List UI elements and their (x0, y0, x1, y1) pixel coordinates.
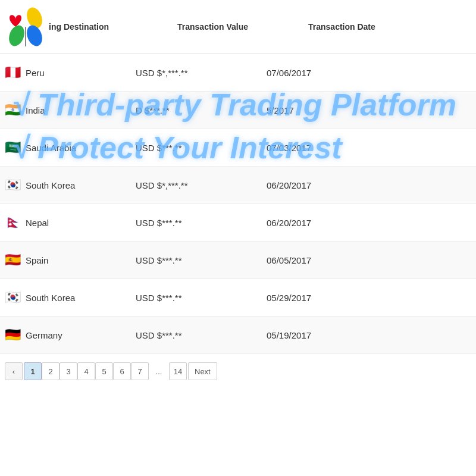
page-button-7[interactable]: 7 (131, 362, 149, 380)
destination-label: Germany (26, 330, 62, 340)
table-row: 🇩🇪 Germany USD $***.** 05/19/2017 (0, 317, 476, 354)
row-date: 06/05/2017 (267, 255, 471, 265)
flag-icon: 🇰🇷 (5, 177, 21, 193)
page-button-2[interactable]: 2 (42, 362, 60, 380)
page-button-5[interactable]: 5 (95, 362, 113, 380)
flag-icon: 🇮🇳 (5, 102, 21, 118)
next-page-button[interactable]: Next (188, 362, 217, 380)
row-value: USD $***.** (136, 330, 267, 340)
table-header: ing Destination Transaction Value Transa… (0, 0, 476, 54)
last-page-button[interactable]: 14 (169, 362, 187, 380)
page-dots: ... (150, 362, 168, 380)
table-row: 🇰🇷 South Korea USD $***.** 05/29/2017 (0, 279, 476, 317)
row-destination: 🇳🇵 Nepal (5, 215, 136, 230)
destination-label: India (26, 105, 45, 115)
row-value: USD $***.** (136, 255, 267, 265)
row-destination: 🇰🇷 South Korea (5, 177, 136, 193)
row-date: 07/03/2017 (267, 143, 471, 153)
row-date: 05/19/2017 (267, 330, 471, 340)
row-destination: 🇸🇦 Saudi Arabia (5, 140, 136, 155)
row-value: USD $*,***.** (136, 180, 267, 190)
flag-icon: 🇵🇪 (5, 65, 21, 80)
svg-point-2 (24, 23, 45, 48)
flag-icon: 🇰🇷 (5, 290, 21, 305)
row-date: 06/20/2017 (267, 180, 471, 190)
page-button-4[interactable]: 4 (77, 362, 95, 380)
table-row: 🇰🇷 South Korea USD $*,***.** 06/20/2017 (0, 167, 476, 204)
destination-label: Peru (26, 68, 45, 78)
logo (5, 6, 46, 48)
row-date: 05/29/2017 (267, 293, 471, 303)
table-row: 🇵🇪 Peru USD $*,***.** 07/06/2017 (0, 54, 476, 92)
col-destination-header: ing Destination (46, 22, 177, 32)
page-button-3[interactable]: 3 (60, 362, 77, 380)
flag-icon: 🇩🇪 (5, 327, 21, 343)
page-button-1[interactable]: 1 (24, 362, 42, 380)
row-destination: 🇰🇷 South Korea (5, 290, 136, 305)
destination-label: South Korea (26, 180, 75, 190)
page-buttons: 1234567 (24, 362, 149, 380)
destination-label: South Korea (26, 293, 75, 303)
row-date: 5/2017 (267, 105, 471, 115)
table-row: 🇳🇵 Nepal USD $***.** 06/20/2017 (0, 204, 476, 242)
table-row: 🇪🇸 Spain USD $***.** 06/05/2017 (0, 242, 476, 279)
prev-page-button[interactable]: ‹ (5, 362, 23, 380)
row-value: USD $*,***.** (136, 68, 267, 78)
row-date: 06/20/2017 (267, 218, 471, 228)
svg-point-1 (7, 23, 27, 48)
col-date-header: Transaction Date (308, 22, 471, 32)
row-value: USD $***.** (136, 293, 267, 303)
flag-icon: 🇪🇸 (5, 252, 21, 268)
row-value: USD $***.** (136, 218, 267, 228)
flag-icon: 🇳🇵 (5, 215, 21, 230)
row-destination: 🇵🇪 Peru (5, 65, 136, 80)
destination-label: Spain (26, 255, 48, 265)
row-date: 07/06/2017 (267, 68, 471, 78)
row-destination: 🇮🇳 India (5, 102, 136, 118)
row-destination: 🇩🇪 Germany (5, 327, 136, 343)
row-value: D $***.** (136, 105, 267, 115)
table-body: 🇵🇪 Peru USD $*,***.** 07/06/2017 🇮🇳 Indi… (0, 54, 476, 354)
col-value-header: Transaction Value (177, 22, 308, 32)
pagination: ‹ 1234567 ... 14 Next (0, 354, 476, 389)
table-row: 🇮🇳 India D $***.** 5/2017 (0, 92, 476, 129)
row-destination: 🇪🇸 Spain (5, 252, 136, 268)
destination-label: Nepal (26, 218, 49, 228)
flag-icon: 🇸🇦 (5, 140, 21, 155)
row-value: USD $***.** (136, 143, 267, 153)
destination-label: Saudi Arabia (26, 143, 76, 153)
page-button-6[interactable]: 6 (113, 362, 131, 380)
table-row: 🇸🇦 Saudi Arabia USD $***.** 07/03/2017 (0, 129, 476, 167)
